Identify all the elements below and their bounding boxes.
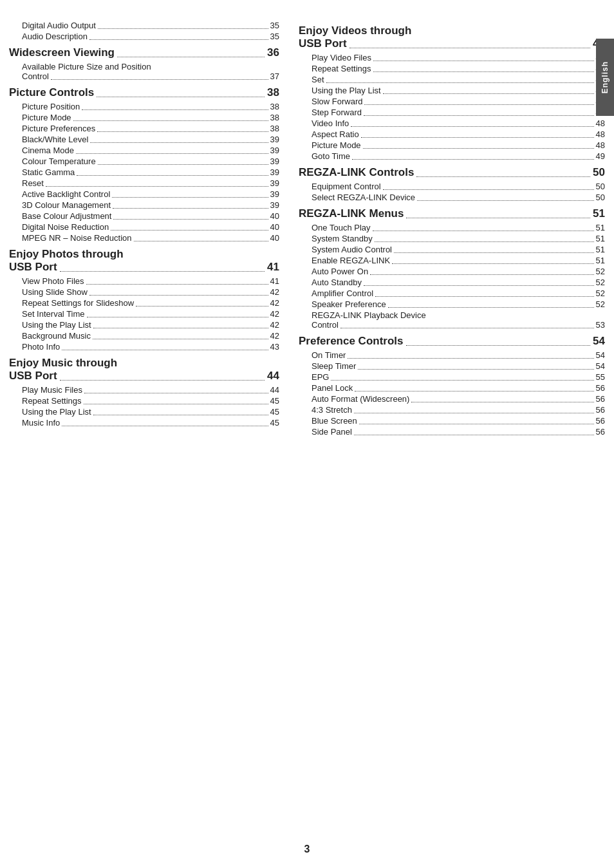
- item-text: Aspect Ratio: [312, 129, 359, 139]
- page-num: 54: [593, 335, 605, 348]
- dots: [373, 71, 594, 72]
- dots: [355, 391, 593, 392]
- toc-item: On Timer 54: [299, 350, 605, 360]
- page-num: 42: [270, 287, 279, 297]
- toc-item: Select REGZA-LINK Device 50: [299, 193, 605, 202]
- dots: [351, 126, 593, 127]
- page-num: 56: [596, 405, 605, 415]
- page-num: 51: [593, 207, 605, 220]
- toc-item: Blue Screen 56: [299, 416, 605, 426]
- page-num: 39: [270, 156, 279, 166]
- page-num: 42: [270, 309, 279, 319]
- page-num: 36: [267, 46, 279, 59]
- page-num: 40: [270, 222, 279, 232]
- item-text: Repeat Settings: [22, 396, 82, 406]
- dots: [86, 284, 268, 285]
- dots: [375, 296, 593, 297]
- toc-item: MPEG NR – Noise Reduction 40: [9, 233, 279, 243]
- item-text: System Standby: [312, 234, 373, 243]
- toc-item: Digital Noise Reduction 40: [9, 222, 279, 232]
- dots: [364, 115, 593, 116]
- page-num: 56: [596, 416, 605, 426]
- item-text: Picture Mode: [312, 140, 361, 150]
- toc-item: Black/White Level 39: [9, 135, 279, 144]
- section-header-line2: USB Port: [299, 37, 347, 50]
- toc-item: Play Music Files 44: [9, 385, 279, 395]
- dots: [51, 79, 268, 80]
- item-text: 4:3 Stretch: [312, 405, 352, 415]
- item-text: 3D Colour Management: [22, 200, 111, 210]
- page-num: 45: [270, 396, 279, 406]
- page-num: 48: [596, 118, 605, 128]
- dots: [136, 306, 268, 307]
- item-text: Select REGZA-LINK Device: [312, 193, 415, 202]
- dots: [416, 176, 590, 177]
- page-num: 56: [596, 427, 605, 437]
- item-text: Speaker Preference: [312, 299, 386, 309]
- dots: [383, 93, 594, 94]
- page-num: 37: [270, 71, 279, 81]
- item-text: Enable REGZA-LINK: [312, 256, 390, 265]
- item-text: Black/White Level: [22, 135, 88, 144]
- item-text: Base Colour Adjustment: [22, 211, 111, 221]
- dots: [411, 402, 593, 402]
- page-num: 48: [596, 129, 605, 139]
- toc-item: Side Panel 56: [299, 427, 605, 437]
- item-text: Slow Forward: [312, 97, 362, 106]
- toc-item: Using the Play List 48: [299, 86, 605, 95]
- toc-item-multiline: Available Picture Size and Position Cont…: [9, 62, 279, 81]
- page-num: 39: [270, 189, 279, 199]
- page-num: 51: [596, 245, 605, 254]
- section-header-text: Preference Controls: [299, 335, 404, 348]
- section-header-line2: USB Port: [9, 261, 57, 274]
- item-text: Background Music: [22, 331, 91, 341]
- toc-item: Auto Power On 52: [299, 267, 605, 276]
- toc-item: View Photo Files 41: [9, 276, 279, 286]
- header-row: Enjoy Videos through: [299, 24, 605, 37]
- toc-item: Using Slide Show 42: [9, 287, 279, 297]
- header-row: Enjoy Music through: [9, 357, 279, 370]
- dots: [394, 252, 594, 253]
- dots: [359, 424, 594, 424]
- section-header: Picture Controls 38: [9, 86, 279, 99]
- dots: [111, 230, 268, 231]
- dots: [361, 137, 594, 138]
- toc-item-multiline: REGZA-LINK Playback Device Control 53: [299, 310, 605, 330]
- toc-item: Sleep Timer 54: [299, 361, 605, 371]
- dots: [406, 345, 591, 346]
- item-text: Goto Time: [312, 151, 350, 161]
- toc-item: Play Video Files 47: [299, 53, 605, 62]
- header-row2: USB Port 44: [9, 370, 279, 382]
- toc-item: Using the Play List 45: [9, 407, 279, 417]
- page-num: 54: [596, 361, 605, 371]
- item-text: One Touch Play: [312, 223, 371, 232]
- item-text: Control: [22, 71, 49, 81]
- toc-item: Active Backlight Control 39: [9, 189, 279, 199]
- dots: [331, 380, 593, 381]
- dots: [326, 82, 594, 83]
- item-text: Digital Audio Output: [22, 21, 96, 30]
- item-text: Digital Noise Reduction: [22, 222, 109, 232]
- dots: [89, 295, 268, 296]
- dots: [98, 164, 268, 165]
- item-text: Repeat Settings for Slideshow: [22, 298, 134, 308]
- toc-item: Cinema Mode 39: [9, 146, 279, 155]
- dots: [375, 241, 594, 242]
- item-text: Control: [312, 320, 339, 330]
- dots: [370, 274, 593, 275]
- header-row2: USB Port 41: [9, 261, 279, 274]
- page-num: 48: [596, 140, 605, 150]
- item-text: Equipment Control: [312, 182, 381, 191]
- item-text: Picture Position: [22, 102, 80, 111]
- dots: [60, 380, 265, 381]
- page-num: 50: [596, 193, 605, 202]
- dots: [392, 263, 593, 264]
- item-text-line: Available Picture Size and Position: [22, 62, 279, 71]
- page-num: 45: [270, 418, 279, 428]
- section-header-multiline: Enjoy Photos through USB Port 41: [9, 248, 279, 274]
- item-text: Amplifier Control: [312, 288, 373, 298]
- page-num: 56: [596, 383, 605, 393]
- toc-item: Repeat Settings 48: [299, 64, 605, 73]
- page-num: 39: [270, 167, 279, 177]
- dots: [354, 413, 594, 413]
